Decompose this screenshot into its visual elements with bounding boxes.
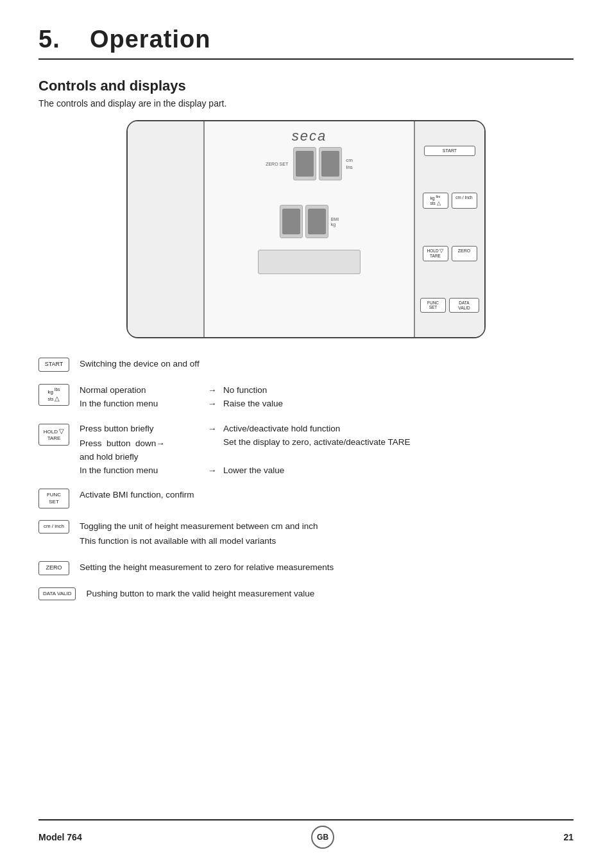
digit-inner-3 <box>282 209 300 234</box>
gb-badge: GB <box>311 826 334 849</box>
ctrl-btn-start[interactable]: START <box>38 358 69 372</box>
section-number: 5. <box>38 26 60 53</box>
digit-block-2 <box>319 147 342 180</box>
device-cm-inch-button[interactable]: cm / Inch <box>452 193 477 209</box>
ctrl-desc-zero: Setting the height measurement to zero f… <box>80 561 574 576</box>
digit-block-3 <box>280 205 303 238</box>
ctrl-btn-zero[interactable]: ZERO <box>38 561 69 575</box>
digit-block-1 <box>293 147 316 180</box>
ctrl-funcset-line1: Activate BMI function, confirm <box>80 489 574 502</box>
cm-label: cm <box>346 157 353 163</box>
ctrl-datavalid-line1: Pushing button to mark the valid height … <box>86 587 574 601</box>
ctrl-desc-cminch: Toggling the unit of height measurement … <box>80 520 574 550</box>
ctrl-kglbs-line2: In the function menu → Raise the value <box>80 397 574 411</box>
ctrl-kglbs-line1: Normal operation → No function <box>80 384 574 397</box>
ctrl-desc-funcset: Activate BMI function, confirm <box>80 489 574 503</box>
kg-label: kg <box>331 222 339 227</box>
subsection-title: Controls and displays <box>38 78 574 94</box>
bottom-digit-display <box>280 205 328 238</box>
control-row-zero: ZERO Setting the height measurement to z… <box>38 561 574 576</box>
section-title-text: Operation <box>90 26 210 53</box>
ctrl-kglbs-table: Normal operation → No function In the fu… <box>80 384 574 411</box>
digit-inner-2 <box>321 151 339 177</box>
ctrl-zero-line1: Setting the height measurement to zero f… <box>80 561 574 575</box>
ctrl-cminch-line1: Toggling the unit of height measurement … <box>80 520 574 534</box>
bottom-display-block <box>258 250 361 274</box>
device-main-display: seca ZERO SET cm Ins <box>205 121 414 337</box>
device-diagram: seca ZERO SET cm Ins <box>38 120 574 338</box>
page: 5. Operation Controls and displays The c… <box>0 0 612 868</box>
control-row-holdtare: HOLD ▽ TARE Press button briefly → Activ… <box>38 422 574 478</box>
controls-list: START Switching the device on and off kg… <box>38 358 574 602</box>
bottom-unit-labels: BMI kg <box>331 217 339 227</box>
digit-inner-1 <box>296 151 314 177</box>
device-second-row-buttons: HOLD ▽ TARE ZERO <box>420 246 479 261</box>
device-data-valid-button[interactable]: DATA VALID <box>449 298 479 313</box>
ctrl-btn-kglbs[interactable]: kg lbs sts △ <box>38 384 69 406</box>
device-start-button[interactable]: START <box>424 146 475 156</box>
control-row-kglbs: kg lbs sts △ Normal operation → No funct… <box>38 384 574 411</box>
device-outer: seca ZERO SET cm Ins <box>126 120 486 338</box>
footer-gb: GB <box>311 826 334 849</box>
zero-set-label: ZERO SET <box>266 162 288 166</box>
subtitle-text: The controls and display are in the disp… <box>38 98 574 108</box>
device-hold-tare-button[interactable]: HOLD ▽ TARE <box>423 246 448 261</box>
top-unit-labels: cm Ins <box>346 157 353 170</box>
ctrl-btn-datavalid[interactable]: DATA VALID <box>38 587 76 600</box>
ctrl-holdtare-line2: Press button down→and hold briefly Set t… <box>80 436 574 464</box>
device-bottom-buttons: FUNCSET DATA VALID <box>420 298 479 313</box>
device-middle-buttons: kg lbs sts △ cm / Inch <box>420 193 479 209</box>
ctrl-btn-funcset[interactable]: FUNCSET <box>38 489 69 508</box>
footer: Model 764 GB 21 <box>38 819 574 849</box>
footer-model: Model 764 <box>38 832 82 842</box>
control-row-start: START Switching the device on and off <box>38 358 574 372</box>
ctrl-desc-holdtare: Press button briefly → Active/deactivate… <box>80 422 574 478</box>
ctrl-holdtare-line3: In the function menu → Lower the value <box>80 464 574 478</box>
control-row-cminch: cm / inch Toggling the unit of height me… <box>38 520 574 550</box>
device-kg-lbs-button[interactable]: kg lbs sts △ <box>423 193 448 209</box>
ctrl-cminch-line2: This function is not available with all … <box>80 535 574 548</box>
seca-logo: seca <box>292 128 327 144</box>
footer-page-number: 21 <box>563 832 574 842</box>
digit-inner-4 <box>308 209 326 234</box>
ctrl-desc-datavalid: Pushing button to mark the valid height … <box>86 587 574 602</box>
top-digit-display <box>293 147 342 180</box>
device-zero-button[interactable]: ZERO <box>452 246 477 261</box>
control-row-datavalid: DATA VALID Pushing button to mark the va… <box>38 587 574 602</box>
device-left-panel <box>128 121 205 337</box>
section-title: 5. Operation <box>38 26 574 60</box>
ctrl-desc-start: Switching the device on and off <box>80 358 574 372</box>
ctrl-start-line1: Switching the device on and off <box>80 358 574 371</box>
device-func-set-button[interactable]: FUNCSET <box>420 298 446 313</box>
ctrl-desc-kglbs: Normal operation → No function In the fu… <box>80 384 574 411</box>
ctrl-holdtare-line1: Press button briefly → Active/deactivate… <box>80 422 574 436</box>
ctrl-btn-cminch[interactable]: cm / inch <box>38 520 69 533</box>
bmi-label: BMI <box>331 217 339 221</box>
ctrl-btn-holdtare[interactable]: HOLD ▽ TARE <box>38 424 69 446</box>
ins-label: Ins <box>346 164 353 170</box>
device-right-panel: START kg lbs sts △ cm / Inch HOLD ▽ TARE… <box>414 121 484 337</box>
ctrl-holdtare-table: Press button briefly → Active/deactivate… <box>80 422 574 478</box>
control-row-funcset: FUNCSET Activate BMI function, confirm <box>38 489 574 508</box>
digit-block-4 <box>305 205 328 238</box>
